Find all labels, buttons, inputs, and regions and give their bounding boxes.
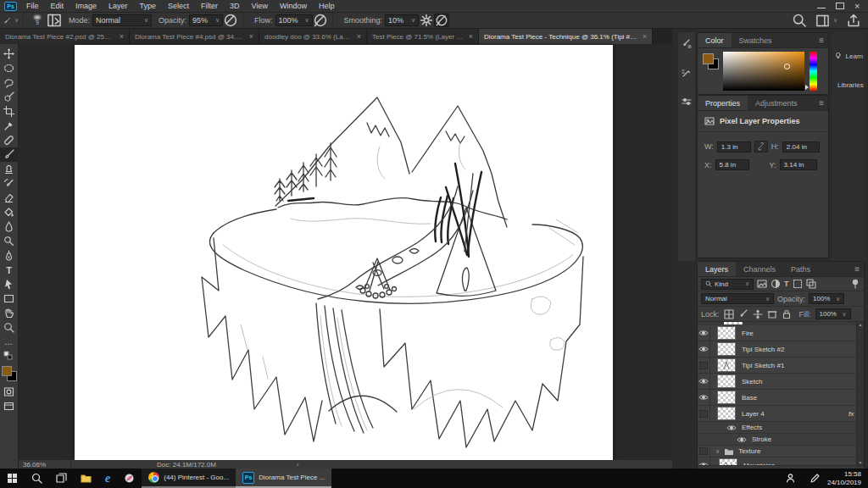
foreground-color-well[interactable] bbox=[703, 53, 714, 64]
pen-tool[interactable] bbox=[0, 248, 19, 263]
blend-mode-select[interactable]: Normal∨ bbox=[701, 293, 774, 304]
paint-app-icon[interactable] bbox=[117, 469, 142, 488]
filter-pin-icon[interactable] bbox=[850, 279, 860, 289]
color-picker-marker[interactable] bbox=[784, 64, 790, 69]
filter-image-icon[interactable] bbox=[757, 279, 767, 289]
menu-help[interactable]: Help bbox=[313, 2, 341, 10]
flow-select[interactable]: 100%∨ bbox=[275, 14, 313, 26]
doc-tab-3[interactable]: doodley doo @ 33.6% (Layer 2, RGB/... × bbox=[259, 29, 367, 44]
hue-slider[interactable] bbox=[810, 52, 817, 91]
visibility-toggle-empty[interactable] bbox=[698, 406, 710, 421]
taskbar-clock[interactable]: 15:58 24/10/2019 bbox=[827, 470, 868, 487]
menu-select[interactable]: Select bbox=[162, 2, 195, 10]
layer-thumbnail[interactable] bbox=[717, 374, 736, 388]
quick-mask-icon[interactable] bbox=[0, 385, 19, 399]
close-tab-icon[interactable]: × bbox=[469, 32, 473, 41]
lock-position-icon[interactable] bbox=[753, 309, 763, 319]
quick-selection-tool[interactable] bbox=[0, 90, 19, 104]
filter-smart-object-icon[interactable] bbox=[806, 279, 816, 289]
visibility-eye-icon[interactable] bbox=[698, 341, 710, 357]
brush-tool[interactable] bbox=[0, 147, 19, 162]
screen-mode-icon[interactable] bbox=[0, 399, 19, 413]
taskbar-search-icon[interactable] bbox=[25, 469, 49, 488]
share-icon[interactable] bbox=[846, 14, 861, 27]
toggle-brush-panel-icon[interactable] bbox=[47, 14, 62, 27]
tab-layers[interactable]: Layers bbox=[698, 262, 736, 276]
history-brush-tool[interactable] bbox=[0, 176, 19, 191]
brush-settings-panel-icon[interactable] bbox=[682, 39, 692, 51]
filter-adjustment-icon[interactable] bbox=[771, 279, 781, 289]
restore-button[interactable] bbox=[836, 3, 844, 9]
tab-paths[interactable]: Paths bbox=[783, 262, 818, 276]
menu-3d[interactable]: 3D bbox=[224, 2, 246, 10]
scroll-up-icon[interactable]: ▲ bbox=[859, 322, 863, 327]
layer-fill-select[interactable]: 100%∨ bbox=[815, 308, 851, 319]
clone-source-panel-icon[interactable] bbox=[682, 68, 692, 80]
windows-ink-pen-icon[interactable] bbox=[803, 469, 827, 488]
zoom-tool[interactable] bbox=[0, 320, 19, 335]
fx-badge[interactable]: fx bbox=[849, 410, 854, 418]
lock-artboard-icon[interactable] bbox=[767, 309, 777, 319]
tab-properties[interactable]: Properties bbox=[698, 96, 748, 110]
x-field[interactable]: 5.8 in bbox=[715, 159, 749, 170]
width-field[interactable]: 1.3 in bbox=[717, 141, 751, 152]
default-colors-icon[interactable] bbox=[0, 349, 19, 363]
effects-eye-icon[interactable] bbox=[726, 424, 737, 431]
healing-brush-tool[interactable] bbox=[0, 133, 19, 147]
layer-opacity-select[interactable]: 100%∨ bbox=[809, 293, 844, 304]
lock-transparency-icon[interactable] bbox=[724, 309, 734, 319]
layer-thumbnail[interactable] bbox=[717, 342, 736, 356]
menu-view[interactable]: View bbox=[246, 2, 274, 10]
dodge-tool[interactable] bbox=[0, 234, 19, 248]
file-explorer-icon[interactable] bbox=[74, 469, 98, 488]
clone-stamp-tool[interactable] bbox=[0, 162, 19, 176]
tab-channels[interactable]: Channels bbox=[736, 262, 783, 276]
brush-tool-indicator-icon[interactable]: ∨ bbox=[3, 14, 19, 27]
layer-row-tipi-sketch-2[interactable]: Tipi Sketch #2 bbox=[698, 341, 864, 358]
stroke-effect-row[interactable]: Stroke bbox=[698, 434, 864, 446]
layer-row-mountains[interactable]: Mountains bbox=[698, 458, 864, 465]
eraser-tool[interactable] bbox=[0, 191, 19, 205]
height-field[interactable]: 2.04 in bbox=[782, 141, 820, 152]
menu-image[interactable]: Image bbox=[70, 2, 103, 10]
doc-tab-2[interactable]: Diorama Test Piece #4.psd @ 34.9% (Tipis… bbox=[130, 29, 259, 44]
canvas[interactable] bbox=[75, 45, 613, 460]
doc-tab-1[interactable]: Diorama Test Piece #2.psd @ 25% (Colour … bbox=[0, 29, 130, 44]
libraries-button[interactable]: Libraries bbox=[832, 76, 865, 93]
close-tab-icon[interactable]: × bbox=[249, 32, 253, 41]
blend-mode-select[interactable]: Normal∨ bbox=[92, 14, 152, 26]
opacity-select[interactable]: 95%∨ bbox=[189, 14, 223, 26]
start-button[interactable] bbox=[0, 469, 25, 488]
task-view-icon[interactable] bbox=[49, 469, 74, 488]
pinterest-window-button[interactable]: (44) Pinterest - Goo... bbox=[142, 469, 236, 488]
tab-color[interactable]: Color bbox=[698, 33, 732, 47]
tool-presets-panel-icon[interactable] bbox=[682, 97, 692, 108]
group-row-texture[interactable]: ∨ Texture bbox=[698, 446, 864, 458]
close-tab-icon[interactable]: × bbox=[120, 32, 124, 41]
lock-pixels-icon[interactable] bbox=[738, 309, 748, 319]
scroll-down-icon[interactable]: ▼ bbox=[859, 460, 863, 465]
internet-explorer-icon[interactable]: e bbox=[98, 469, 117, 488]
doc-tab-4[interactable]: Test Piece @ 71.5% (Layer 2, RGB/... × bbox=[367, 29, 479, 44]
layer-thumbnail[interactable] bbox=[717, 391, 736, 404]
doc-tab-active[interactable]: Diorama Test Piece - Technique @ 36.1% (… bbox=[479, 29, 653, 44]
layer-filter-kind-select[interactable]: Kind ∨ bbox=[701, 279, 754, 290]
filter-shape-icon[interactable] bbox=[793, 279, 803, 289]
hue-slider-marker[interactable] bbox=[805, 85, 809, 90]
tab-adjustments[interactable]: Adjustments bbox=[748, 96, 805, 110]
layer-row-tipi-sketch-1[interactable]: Tipi Sketch #1 bbox=[698, 358, 864, 374]
menu-file[interactable]: File bbox=[20, 2, 45, 10]
marquee-tool[interactable] bbox=[0, 61, 19, 75]
hand-tool[interactable] bbox=[0, 306, 19, 320]
smoothing-select[interactable]: 10%∨ bbox=[385, 14, 419, 26]
layer-row-sketch[interactable]: Sketch bbox=[698, 374, 864, 390]
visibility-eye-icon[interactable] bbox=[698, 458, 710, 465]
stylus-pressure-size-icon[interactable] bbox=[434, 14, 449, 27]
lock-all-icon[interactable] bbox=[782, 309, 792, 319]
learn-button[interactable]: Learn bbox=[832, 47, 865, 64]
layers-scrollbar[interactable]: ▲ ▼ bbox=[856, 322, 864, 465]
menu-type[interactable]: Type bbox=[134, 2, 163, 10]
people-icon[interactable] bbox=[778, 469, 803, 488]
layer-row-fire[interactable]: Fire bbox=[698, 325, 864, 341]
type-tool[interactable]: T bbox=[0, 263, 19, 277]
